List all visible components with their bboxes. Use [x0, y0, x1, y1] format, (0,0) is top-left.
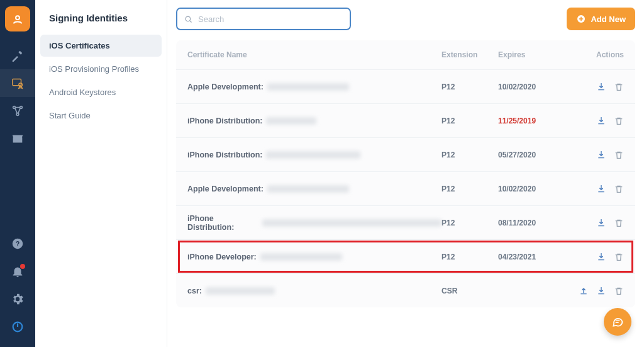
- store-icon: [11, 132, 25, 145]
- table-row: iPhone Developer:P1204/23/2021: [176, 239, 635, 273]
- cell-certificate-name: iPhone Distribution:: [187, 214, 441, 232]
- download-icon: [596, 184, 606, 194]
- sidebar-item-ios-certificates[interactable]: iOS Certificates: [40, 35, 162, 57]
- rail-bottom: ?: [0, 230, 35, 347]
- table-row: iPhone Distribution:P1205/27/2020: [176, 137, 635, 171]
- trash-icon: [614, 286, 624, 296]
- col-extension: Extension: [441, 50, 498, 59]
- download-button[interactable]: [596, 252, 606, 262]
- rail-item-build[interactable]: [0, 42, 35, 69]
- cell-expires: 10/02/2020: [498, 82, 567, 91]
- power-icon: [11, 320, 25, 334]
- certificate-icon: [11, 76, 25, 90]
- cell-actions: [567, 116, 624, 126]
- redacted-text: [266, 151, 360, 159]
- cell-expires: 10/02/2020: [498, 185, 567, 193]
- cell-actions: [567, 218, 624, 228]
- add-new-label: Add New: [591, 14, 626, 24]
- search-input[interactable]: [198, 14, 343, 24]
- cell-extension: P12: [441, 82, 498, 91]
- delete-button[interactable]: [614, 184, 624, 194]
- svg-point-9: [186, 16, 191, 21]
- network-icon: [11, 104, 25, 118]
- download-icon: [596, 150, 606, 160]
- page-title: Signing Identities: [40, 13, 162, 35]
- rail-item-notifications[interactable]: [0, 258, 35, 285]
- chat-icon: [611, 316, 624, 328]
- upload-icon: [579, 286, 589, 296]
- col-actions: Actions: [567, 50, 624, 59]
- rail-item-distribute[interactable]: [0, 97, 35, 125]
- cell-actions: [567, 184, 624, 194]
- cell-certificate-name: Apple Development:: [187, 185, 441, 193]
- download-icon: [596, 218, 606, 228]
- download-icon: [596, 116, 606, 126]
- cell-certificate-name: iPhone Distribution:: [187, 151, 441, 159]
- redacted-text: [266, 117, 316, 125]
- notification-badge: [20, 264, 25, 269]
- svg-text:?: ?: [16, 241, 19, 247]
- cell-expires: 08/11/2020: [498, 219, 567, 227]
- trash-icon: [614, 252, 624, 262]
- delete-button[interactable]: [614, 286, 624, 296]
- download-button[interactable]: [596, 116, 606, 126]
- upload-button[interactable]: [579, 286, 589, 296]
- col-name: Certificate Name: [187, 50, 441, 59]
- trash-icon: [614, 150, 624, 160]
- delete-button[interactable]: [614, 116, 624, 126]
- nav-rail: ?: [0, 0, 35, 347]
- rail-item-help[interactable]: ?: [0, 230, 35, 258]
- sidebar-item-ios-provisioning-profiles[interactable]: iOS Provisioning Profiles: [40, 58, 162, 80]
- rail-item-store[interactable]: [0, 125, 35, 152]
- cell-actions: [567, 252, 624, 262]
- search-field[interactable]: [176, 8, 351, 30]
- delete-button[interactable]: [614, 150, 624, 160]
- trash-icon: [614, 116, 624, 126]
- chat-fab[interactable]: [604, 308, 631, 336]
- download-button[interactable]: [596, 218, 606, 228]
- redacted-text: [262, 219, 441, 227]
- add-new-button[interactable]: Add New: [567, 8, 635, 30]
- download-icon: [596, 82, 606, 92]
- rail-item-signing[interactable]: [0, 69, 35, 97]
- download-button[interactable]: [596, 184, 606, 194]
- svg-rect-1: [13, 79, 21, 86]
- download-button[interactable]: [596, 82, 606, 92]
- delete-button[interactable]: [614, 252, 624, 262]
- certificates-table: Certificate Name Extension Expires Actio…: [176, 40, 635, 307]
- cell-actions: [567, 286, 624, 296]
- app-logo: [5, 6, 30, 31]
- cell-certificate-name: iPhone Developer:: [187, 253, 441, 261]
- trash-icon: [614, 82, 624, 92]
- table-row: csr:CSR: [176, 273, 635, 307]
- svg-point-5: [16, 113, 19, 116]
- download-button[interactable]: [596, 286, 606, 296]
- cell-extension: P12: [441, 185, 498, 193]
- cell-expires: 04/23/2021: [498, 253, 567, 261]
- sidebar-item-android-keystores[interactable]: Android Keystores: [40, 81, 162, 103]
- rail-item-settings[interactable]: [0, 285, 35, 313]
- cell-extension: P12: [441, 117, 498, 125]
- rail-item-power[interactable]: [0, 313, 35, 341]
- delete-button[interactable]: [614, 218, 624, 228]
- main-content: Add New Certificate Name Extension Expir…: [167, 0, 644, 347]
- hammer-icon: [11, 48, 25, 62]
- table-row: Apple Development:P1210/02/2020: [176, 69, 635, 103]
- sidebar-item-start-guide[interactable]: Start Guide: [40, 105, 162, 127]
- col-expires: Expires: [498, 50, 567, 59]
- cell-certificate-name: iPhone Distribution:: [187, 117, 441, 125]
- cell-expires: 11/25/2019: [498, 117, 567, 125]
- search-icon: [184, 14, 193, 24]
- download-button[interactable]: [596, 150, 606, 160]
- trash-icon: [614, 218, 624, 228]
- svg-point-2: [19, 83, 23, 87]
- redacted-text: [267, 83, 349, 91]
- delete-button[interactable]: [614, 82, 624, 92]
- plus-circle-icon: [576, 14, 586, 24]
- gear-icon: [11, 292, 25, 306]
- logo-icon: [11, 12, 25, 26]
- table-row: iPhone Distribution:P1211/25/2019: [176, 103, 635, 137]
- cell-actions: [567, 150, 624, 160]
- cell-certificate-name: csr:: [187, 287, 441, 295]
- redacted-text: [206, 287, 275, 295]
